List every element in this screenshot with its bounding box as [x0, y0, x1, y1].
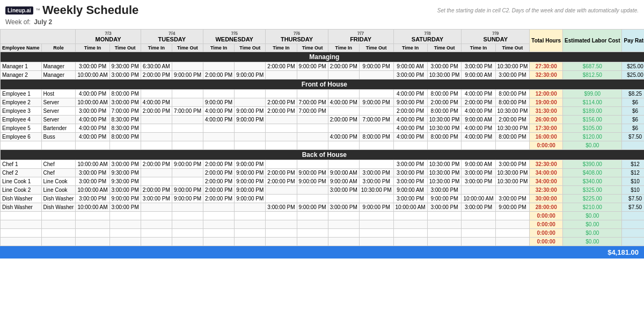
- table-row: Employee 6Buss4:00:00 PM8:00:00 PM4:00:0…: [1, 133, 645, 141]
- table-row: Employee 5Bartender4:00:00 PM8:30:00 PM4…: [1, 124, 645, 133]
- mon-out: Time Out: [109, 44, 141, 52]
- app-title: Weekly Schedule: [42, 3, 138, 17]
- header: Lineup.ai ™ Weekly Schedule Week of: Jul…: [0, 0, 644, 29]
- table-row: 0:00:00$0.00: [1, 238, 645, 246]
- week-date: July 2: [34, 18, 52, 26]
- total-hours-header: Total Hours: [530, 30, 563, 52]
- table-row: 0:00:00$0.00: [1, 229, 645, 238]
- wed-in: Time In: [203, 44, 235, 52]
- employee-col-header: [1, 30, 76, 44]
- fri-in: Time In: [328, 44, 359, 52]
- table-row: 0:00:00$0.00: [1, 220, 645, 229]
- grand-total-bar: $4,181.00: [0, 246, 644, 259]
- pay-rate-header: Pay Rate: [622, 30, 644, 52]
- table-row: Dish WasherDish Washer10:00:00 AM3:00:00…: [1, 203, 645, 212]
- sat-in: Time In: [393, 44, 427, 52]
- table-row: Employee 4Server4:00:00 PM8:30:00 PM4:00…: [1, 116, 645, 124]
- day-thursday: 7/6 THURSDAY: [266, 30, 328, 44]
- day-monday: 7/3 MONDAY: [76, 30, 141, 44]
- schedule-table: 7/3 MONDAY 7/4 TUESDAY 7/5 WEDNESDAY 7/6…: [0, 29, 644, 246]
- table-row: Employee 1Host4:00:00 PM8:00:00 PM4:00:0…: [1, 90, 645, 98]
- day-tuesday: 7/4 TUESDAY: [141, 30, 203, 44]
- sun-in: Time In: [462, 44, 495, 52]
- table-row: 0:00:00$0.00: [1, 141, 645, 150]
- logo-box: Lineup.ai: [5, 6, 33, 15]
- section-header-0: Managing: [1, 52, 645, 62]
- table-row: Manager 1Manager3:00:00 PM9:30:00 PM6:30…: [1, 62, 645, 71]
- day-wednesday: 7/5 WEDNESDAY: [203, 30, 266, 44]
- table-row: Dish WasherDish Washer3:00:00 PM9:00:00 …: [1, 195, 645, 203]
- tue-out: Time Out: [172, 44, 203, 52]
- fri-out: Time Out: [359, 44, 393, 52]
- section-header-2: Back of House: [1, 150, 645, 160]
- day-friday: 7/7 FRIDAY: [328, 30, 393, 44]
- wed-out: Time Out: [235, 44, 266, 52]
- employee-name-header: Employee Name: [1, 44, 42, 52]
- table-row: Employee 2Server10:00:00 AM3:00:00 PM4:0…: [1, 98, 645, 107]
- table-row: 0:00:00$0.00: [1, 212, 645, 220]
- sat-out: Time Out: [427, 44, 462, 52]
- header-note: Set the starting date in cell C2. Days o…: [437, 8, 639, 13]
- day-header-row: 7/3 MONDAY 7/4 TUESDAY 7/5 WEDNESDAY 7/6…: [1, 30, 645, 44]
- role-header: Role: [41, 44, 76, 52]
- week-label: Week of:: [5, 18, 31, 26]
- thu-out: Time Out: [297, 44, 328, 52]
- table-row: Manager 2Manager10:00:00 AM3:00:00 PM2:0…: [1, 71, 645, 80]
- table-row: Employee 3Server3:00:00 PM7:00:00 PM2:00…: [1, 107, 645, 116]
- table-row: Chef 2Chef3:00:00 PM9:30:00 PM2:00:00 PM…: [1, 169, 645, 177]
- day-sunday: 7/9 SUNDAY: [462, 30, 530, 44]
- logo: Lineup.ai ™ Weekly Schedule: [5, 3, 138, 17]
- estimated-labor-header: Estimated Labor Cost: [563, 30, 622, 52]
- table-row: Line Cook 1Line Cook3:00:00 PM9:30:00 PM…: [1, 177, 645, 186]
- section-header-1: Front of House: [1, 80, 645, 90]
- sun-out: Time Out: [495, 44, 530, 52]
- mon-in: Time In: [76, 44, 109, 52]
- thu-in: Time In: [266, 44, 297, 52]
- day-saturday: 7/8 SATURDAY: [393, 30, 462, 44]
- tue-in: Time In: [141, 44, 172, 52]
- table-row: Chef 1Chef10:00:00 AM3:00:00 PM2:00:00 P…: [1, 160, 645, 169]
- week-of-row: Week of: July 2: [5, 18, 138, 26]
- table-row: Line Cook 2Line Cook10:00:00 AM3:00:00 P…: [1, 186, 645, 195]
